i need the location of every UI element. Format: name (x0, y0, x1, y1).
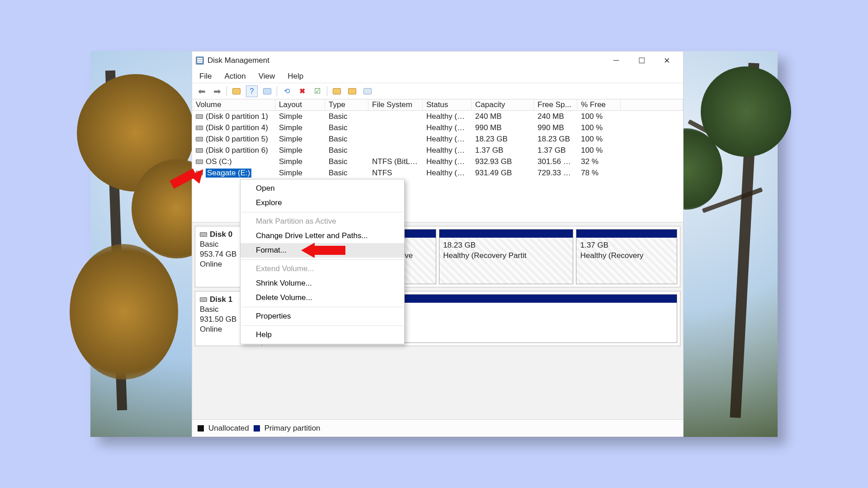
drive-icon (196, 126, 203, 130)
drive-icon (196, 148, 203, 153)
explore-folder-button[interactable] (346, 85, 358, 97)
volume-row[interactable]: (Disk 0 partition 1)SimpleBasicHealthy (… (192, 111, 683, 122)
ctx-separator (241, 259, 403, 260)
ctx-help[interactable]: Help (241, 328, 404, 342)
menubar: File Action View Help (192, 70, 683, 83)
nav-forward-button[interactable]: ➡ (211, 85, 223, 97)
partition[interactable]: 1.37 GBHealthy (Recovery (576, 229, 677, 284)
context-menu: Open Explore Mark Partition as Active Ch… (240, 179, 405, 344)
ctx-extend: Extend Volume... (241, 262, 404, 276)
col-layout[interactable]: Layout (275, 99, 325, 110)
volume-row[interactable]: OS (C:)SimpleBasicNTFS (BitLo...Healthy … (192, 156, 683, 167)
nav-back-button[interactable]: ⬅ (196, 85, 208, 97)
ctx-separator (241, 212, 403, 212)
ctx-change-letter[interactable]: Change Drive Letter and Paths... (241, 229, 404, 243)
ctx-mark-active: Mark Partition as Active (241, 214, 404, 229)
drive-icon (200, 232, 207, 237)
help-button[interactable]: ? (246, 85, 258, 97)
drive-icon (200, 297, 207, 302)
volume-row[interactable]: (Disk 0 partition 5)SimpleBasicHealthy (… (192, 133, 683, 145)
legend-unallocated-label: Unallocated (208, 424, 249, 433)
col-pct[interactable]: % Free (577, 99, 621, 110)
toolbar: ⬅ ➡ ? ⟲ ✖ ☑ (192, 83, 683, 99)
toolbar-separator (226, 86, 227, 96)
menu-view[interactable]: View (257, 71, 277, 82)
col-free[interactable]: Free Sp... (534, 99, 577, 110)
legend: Unallocated Primary partition (192, 419, 683, 436)
ctx-delete[interactable]: Delete Volume... (241, 291, 404, 305)
menu-file[interactable]: File (198, 71, 213, 82)
partition[interactable]: 18.23 GBHealthy (Recovery Partit (439, 229, 573, 284)
check-button[interactable]: ☑ (311, 85, 323, 97)
titlebar[interactable]: Disk Management ─ ☐ ✕ (192, 52, 683, 70)
legend-primary-label: Primary partition (264, 424, 321, 433)
drive-icon (196, 137, 203, 141)
show-hide-console-button[interactable] (231, 85, 242, 97)
new-volume-button[interactable] (331, 85, 343, 97)
col-type[interactable]: Type (325, 99, 368, 110)
list-button[interactable] (362, 85, 373, 97)
window-title: Disk Management (208, 56, 269, 65)
legend-primary-swatch (254, 425, 260, 432)
properties-button[interactable] (261, 85, 273, 97)
drive-icon (196, 160, 203, 164)
ctx-separator (241, 325, 403, 326)
col-filesystem[interactable]: File System (368, 99, 423, 110)
menu-action[interactable]: Action (222, 71, 247, 82)
col-capacity[interactable]: Capacity (472, 99, 534, 110)
column-headers[interactable]: Volume Layout Type File System Status Ca… (192, 99, 683, 111)
col-volume[interactable]: Volume (192, 99, 275, 110)
ctx-open[interactable]: Open (241, 181, 404, 196)
app-icon (196, 56, 204, 65)
ctx-properties[interactable]: Properties (241, 309, 404, 324)
ctx-separator (241, 307, 403, 307)
drive-icon (196, 114, 203, 119)
legend-unallocated-swatch (198, 425, 204, 432)
volume-row[interactable]: (Disk 0 partition 4)SimpleBasicHealthy (… (192, 122, 683, 133)
menu-help[interactable]: Help (286, 71, 305, 82)
volume-row[interactable]: Seagate (E:)SimpleBasicNTFSHealthy (B...… (192, 167, 683, 178)
volume-row[interactable]: (Disk 0 partition 6)SimpleBasicHealthy (… (192, 145, 683, 156)
maximize-button[interactable]: ☐ (629, 52, 654, 70)
toolbar-separator (327, 86, 327, 96)
delete-button[interactable]: ✖ (296, 85, 308, 97)
toolbar-separator (277, 86, 277, 96)
minimize-button[interactable]: ─ (604, 52, 629, 70)
col-status[interactable]: Status (423, 99, 472, 110)
ctx-explore[interactable]: Explore (241, 196, 404, 210)
ctx-shrink[interactable]: Shrink Volume... (241, 276, 404, 291)
refresh-button[interactable]: ⟲ (281, 85, 292, 97)
close-button[interactable]: ✕ (654, 52, 679, 70)
